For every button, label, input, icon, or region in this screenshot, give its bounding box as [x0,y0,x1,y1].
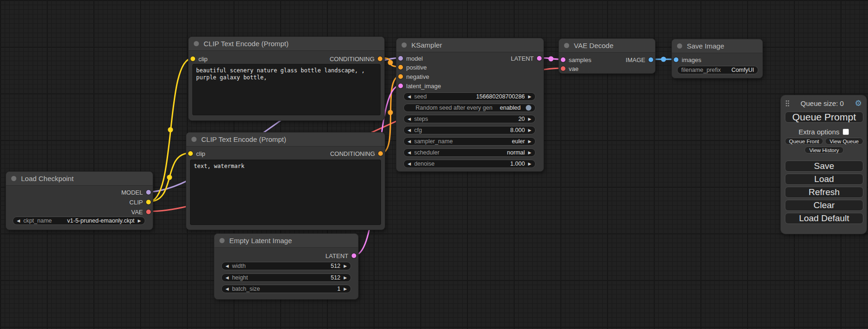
clip-port-icon[interactable] [188,151,193,156]
cfg-widget[interactable]: ◀ cfg 8.000 ▶ [403,126,536,134]
node-title-bar[interactable]: Save Image [672,39,762,53]
left-arrow-icon[interactable]: ◀ [408,140,411,144]
node-load-checkpoint[interactable]: Load Checkpoint MODEL CLIP VAE ◀ ckpt_na… [6,171,153,230]
widget-label: height [232,274,248,281]
right-arrow-icon[interactable]: ▶ [344,276,347,280]
model-port-icon[interactable] [398,56,403,61]
right-arrow-icon[interactable]: ▶ [528,162,531,166]
clear-button[interactable]: Clear [785,200,863,211]
output-slot-latent: LATENT [325,251,356,260]
steps-widget[interactable]: ◀ steps 20 ▶ [403,115,536,123]
load-button[interactable]: Load [785,174,863,185]
filename-prefix-widget[interactable]: filename_prefix ComfyUI [677,66,758,74]
image-port-icon[interactable] [649,57,653,62]
scheduler-widget[interactable]: ◀ scheduler normal ▶ [403,148,536,157]
node-title: Save Image [687,42,724,50]
node-title-bar[interactable]: CLIP Text Encode (Prompt) [186,133,385,147]
collapse-dot-icon[interactable] [11,176,16,181]
height-widget[interactable]: ◀ height 512 ▶ [221,273,351,282]
conditioning-port-icon[interactable] [398,65,403,70]
node-title-bar[interactable]: VAE Decode [559,39,655,53]
latent-port-icon[interactable] [561,57,565,62]
node-ksampler[interactable]: KSampler model positive negative latent_… [396,38,544,172]
collapse-dot-icon[interactable] [564,43,569,48]
slot-label: VAE [131,209,143,216]
slot-label: IMAGE [626,56,645,63]
left-arrow-icon[interactable]: ◀ [226,287,229,291]
collapse-dot-icon[interactable] [191,137,197,142]
queue-panel: Queue size: 0 ⚙ Queue Prompt Extra optio… [780,95,867,234]
settings-gear-icon[interactable]: ⚙ [855,99,862,107]
queue-prompt-button[interactable]: Queue Prompt [785,112,863,123]
model-port-icon[interactable] [146,190,151,195]
toggle-circle-icon[interactable] [526,105,531,111]
drag-handle-icon[interactable] [785,100,790,107]
left-arrow-icon[interactable]: ◀ [408,95,411,99]
left-arrow-icon[interactable]: ◀ [226,264,229,268]
widget-value: enabled [500,105,521,111]
left-arrow-icon[interactable]: ◀ [408,162,411,166]
link-dot [168,127,173,133]
left-arrow-icon[interactable]: ◀ [226,276,229,280]
extra-options-checkbox[interactable] [843,129,849,135]
save-button[interactable]: Save [785,161,863,172]
left-arrow-icon[interactable]: ◀ [408,128,411,133]
left-arrow-icon[interactable]: ◀ [17,219,20,223]
batch-size-widget[interactable]: ◀ batch_size 1 ▶ [221,285,351,293]
node-vae-decode[interactable]: VAE Decode samples vae IMAGE [558,38,656,74]
prompt-textarea[interactable]: beautiful scenery nature glass bottle la… [192,64,381,115]
prompt-textarea[interactable]: text, watermark [190,160,381,225]
sampler-name-widget[interactable]: ◀ sampler_name euler ▶ [403,137,536,146]
conditioning-port-icon[interactable] [398,74,403,79]
node-title-bar[interactable]: KSampler [396,38,543,52]
conditioning-port-icon[interactable] [378,56,382,61]
widget-label: cfg [414,127,422,133]
queue-front-button[interactable]: Queue Front [785,138,823,145]
node-empty-latent-image[interactable]: Empty Latent Image LATENT ◀ width 512 ▶ … [214,233,359,300]
node-clip-encode-positive[interactable]: CLIP Text Encode (Prompt) clip CONDITION… [188,36,385,121]
right-arrow-icon[interactable]: ▶ [344,264,347,268]
right-arrow-icon[interactable]: ▶ [528,95,531,99]
right-arrow-icon[interactable]: ▶ [528,128,531,133]
clip-port-icon[interactable] [146,200,151,204]
link-dot [549,56,554,62]
denoise-widget[interactable]: ◀ denoise 1.000 ▶ [403,160,536,168]
node-title-bar[interactable]: Load Checkpoint [6,172,153,186]
left-arrow-icon[interactable]: ◀ [408,151,411,155]
image-port-icon[interactable] [674,57,678,62]
load-default-button[interactable]: Load Default [785,213,863,224]
input-slot-images: images [674,55,701,64]
ckpt-name-widget[interactable]: ◀ ckpt_name v1-5-pruned-emaonly.ckpt ▶ [13,217,145,225]
random-seed-widget[interactable]: Random seed after every gen enabled [403,104,536,112]
clip-port-icon[interactable] [191,56,195,61]
right-arrow-icon[interactable]: ▶ [138,219,141,223]
right-arrow-icon[interactable]: ▶ [344,287,347,291]
collapse-dot-icon[interactable] [677,43,682,49]
widget-value: v1-5-pruned-emaonly.ckpt [67,217,134,224]
refresh-button[interactable]: Refresh [785,187,863,198]
node-clip-encode-negative[interactable]: CLIP Text Encode (Prompt) clip CONDITION… [186,132,385,230]
latent-port-icon[interactable] [398,84,403,88]
input-slot-positive: positive [398,63,427,72]
view-queue-button[interactable]: View Queue [825,138,863,145]
right-arrow-icon[interactable]: ▶ [528,140,531,144]
collapse-dot-icon[interactable] [402,42,407,48]
latent-port-icon[interactable] [537,56,542,61]
comfyui-canvas[interactable]: { "colors": { "model": "#B39DDB", "clip"… [0,0,868,329]
width-widget[interactable]: ◀ width 512 ▶ [221,262,351,270]
right-arrow-icon[interactable]: ▶ [528,151,531,155]
collapse-dot-icon[interactable] [219,238,225,243]
collapse-dot-icon[interactable] [194,41,199,46]
right-arrow-icon[interactable]: ▶ [528,117,531,121]
vae-port-icon[interactable] [561,66,565,71]
vae-port-icon[interactable] [146,210,151,214]
left-arrow-icon[interactable]: ◀ [408,117,411,121]
latent-port-icon[interactable] [352,253,356,258]
slot-label: CLIP [129,199,143,206]
node-save-image[interactable]: Save Image images filename_prefix ComfyU… [671,39,763,78]
node-title-bar[interactable]: Empty Latent Image [214,234,358,248]
conditioning-port-icon[interactable] [378,151,383,156]
view-history-button[interactable]: View History [804,147,844,154]
seed-widget[interactable]: ◀ seed 156680208700286 ▶ [403,92,536,101]
node-title-bar[interactable]: CLIP Text Encode (Prompt) [189,37,384,51]
